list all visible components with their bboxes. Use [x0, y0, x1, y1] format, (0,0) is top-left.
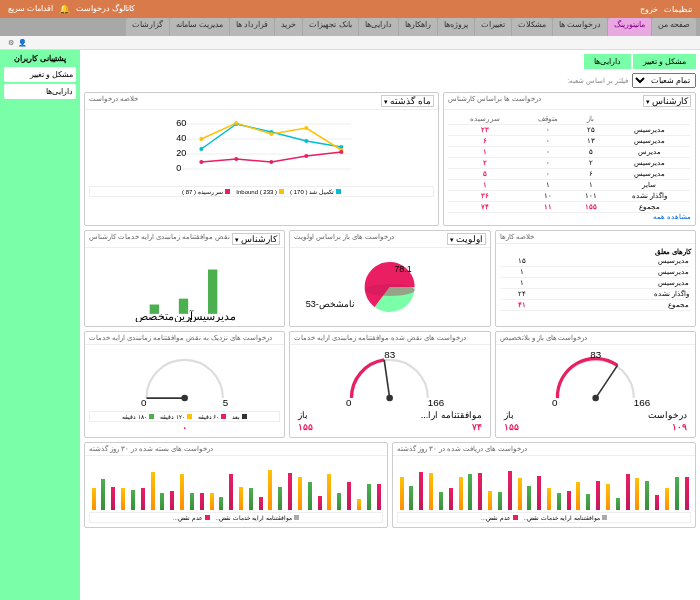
bar: [327, 474, 331, 510]
svg-text:متخصص: متخصص: [135, 310, 174, 322]
nav-0[interactable]: صفحه من: [652, 18, 696, 36]
nav-4[interactable]: تغییرات: [475, 18, 511, 36]
view-all-link[interactable]: مشاهده همه: [448, 213, 691, 221]
tab-issues[interactable]: مشکل و تغییر: [633, 54, 696, 69]
tab-assets[interactable]: دارایی‌ها: [584, 54, 631, 69]
main: مشکل و تغییر دارایی‌ها تمام شعبات فیلتر …: [0, 50, 700, 600]
stat-value: ۱۵۵: [504, 422, 519, 432]
nav-1[interactable]: مانیتورینگ: [608, 18, 651, 36]
bar: [567, 491, 571, 510]
bar: [527, 486, 531, 510]
svg-text:5: 5: [223, 397, 229, 408]
nav-11[interactable]: مدیریت سامانه: [170, 18, 229, 36]
sidebar-title: پشتیبانی کاربران: [4, 54, 76, 63]
filter-label: فیلتر بر اساس شعبه:: [567, 77, 628, 85]
svg-text:78.1: 78.1: [394, 264, 412, 274]
period-dropdown[interactable]: ماه گذشته ▾: [381, 95, 433, 107]
bar: [409, 486, 413, 510]
svg-text:166: 166: [428, 397, 445, 408]
svg-point-13: [199, 137, 203, 141]
bar: [180, 474, 184, 510]
nav-9[interactable]: خرید: [275, 18, 302, 36]
line-legend: تکمیل شد ( 170 )Inbound ( 233 )سر رسیده …: [89, 186, 434, 197]
bar: [229, 474, 233, 510]
bar: [377, 484, 381, 510]
bar: [616, 498, 620, 510]
bar: [268, 470, 272, 510]
task-table: مدیرسیس۱۵مدیرسیس۱مدیرسیس۱واگذار نشده۲۴مج…: [500, 256, 691, 311]
bar: [537, 476, 541, 510]
bar: [288, 473, 292, 510]
svg-text:20: 20: [176, 148, 186, 158]
quick-actions-link[interactable]: اقدامات سریع: [8, 4, 53, 14]
svg-text:60: 60: [176, 118, 186, 128]
bar-legend: موافقتنامه ارایه خدمات نقض..عدم نقض...: [89, 512, 383, 523]
stat-value: ۷۴: [472, 422, 482, 432]
nav-6[interactable]: راهکارها: [399, 18, 437, 36]
nav-5[interactable]: پروژه‌ها: [438, 18, 474, 36]
agent-dropdown[interactable]: کارشناس ▾: [643, 95, 691, 107]
agent-dropdown-2[interactable]: کارشناس ▾: [232, 233, 280, 245]
bar: [357, 499, 361, 510]
svg-point-16: [304, 126, 308, 130]
bar: [101, 479, 105, 510]
bar: [557, 493, 561, 510]
gauge-legend: بعد۶۰ دقیقه۱۲۰ دقیقه۱۸۰ دقیقه: [89, 411, 280, 422]
svg-text:مدیرسیس: مدیرسیس: [189, 310, 236, 322]
stat-label: باز: [504, 410, 514, 420]
nav-2[interactable]: درخواست ها: [553, 18, 607, 36]
svg-point-14: [234, 121, 238, 125]
legend-item: ۱۲۰ دقیقه: [160, 413, 192, 420]
bar: [160, 493, 164, 510]
bar: [576, 482, 580, 510]
bar: [685, 477, 689, 510]
catalog-link[interactable]: کاتالوگ درخواست: [76, 4, 135, 14]
bar: [498, 492, 502, 510]
user-icon[interactable]: 👤: [18, 39, 27, 47]
svg-text:نامشخص-53: نامشخص-53: [306, 299, 355, 310]
nav-8[interactable]: بانک تجهیزات: [303, 18, 357, 36]
legend-item: عدم نقض...: [481, 514, 518, 521]
stat-value: ۱۰۹: [672, 422, 687, 432]
bar: [626, 474, 630, 510]
svg-point-15: [269, 132, 273, 136]
svg-text:83: 83: [385, 349, 396, 360]
legend-item: سر رسیده ( 87 ): [182, 188, 230, 195]
subtitle: کارهای معلق: [500, 248, 691, 256]
agent-table: بازمتوقفسر رسیدهمدیرسیس۲۵۰۲۳مدیرسیس۱۳۰۶م…: [448, 114, 691, 213]
count-value: ۰: [89, 422, 280, 433]
settings-link[interactable]: تنظیمات: [664, 5, 692, 14]
panel-title: خلاصه درخواست: [89, 95, 138, 107]
panel-gauge-open: درخواست های باز و بلاتخصیص 083166 درخواس…: [495, 331, 696, 438]
nav-12[interactable]: گزارشات: [126, 18, 169, 36]
priority-dropdown[interactable]: اولویت ▾: [447, 233, 486, 245]
legend-item: ۶۰ دقیقه: [198, 413, 227, 420]
bar: [337, 493, 341, 510]
stat-value: ۱۵۵: [298, 422, 313, 432]
sidebar-item-1[interactable]: مشکل و تغییر: [4, 67, 76, 82]
nav-10[interactable]: قرارداد ها: [230, 18, 274, 36]
panel-title: درخواست ها براساس کارشناس: [448, 95, 541, 107]
panel-received-30: درخواست های دریافت شده در ۳۰ روز گذشته م…: [392, 442, 696, 528]
pie-chart: 78.1نامشخص-53: [294, 252, 485, 322]
tabs: مشکل و تغییر دارایی‌ها: [84, 54, 696, 69]
svg-point-38: [387, 395, 394, 402]
bar: [367, 484, 371, 510]
nav-3[interactable]: مشکلات: [512, 18, 552, 36]
bar: [635, 478, 639, 510]
settings-icon[interactable]: ⚙: [8, 39, 14, 47]
topbar-right: کاتالوگ درخواست 🔔 اقدامات سریع: [8, 4, 135, 14]
panel-title: درخواست های باز براساس اولویت: [294, 233, 394, 245]
branch-filter[interactable]: تمام شعبات: [632, 73, 696, 88]
svg-point-21: [304, 154, 308, 158]
panel-title: خلاصه کارها: [500, 233, 534, 241]
gauge-2: 083166: [294, 349, 485, 409]
svg-line-37: [385, 360, 390, 398]
legend-item: عدم نقض...: [173, 514, 210, 521]
nav-7[interactable]: دارایی‌ها: [359, 18, 398, 36]
bar: [210, 493, 214, 510]
bell-icon[interactable]: 🔔: [59, 4, 70, 14]
panel-requests-by-agent: کارشناس ▾ درخواست ها براساس کارشناس بازم…: [443, 92, 696, 226]
sidebar-item-2[interactable]: دارایی‌ها: [4, 84, 76, 99]
logout-link[interactable]: خروج: [640, 5, 658, 14]
